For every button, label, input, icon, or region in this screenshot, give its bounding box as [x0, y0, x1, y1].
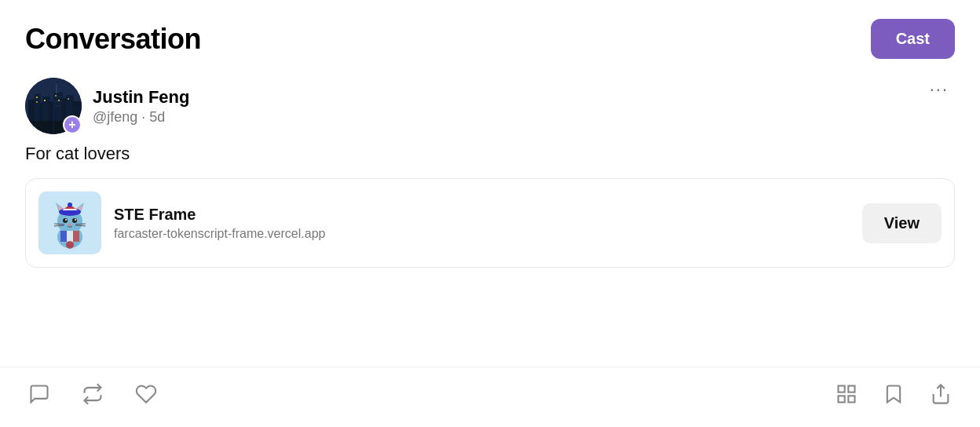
action-bar-left [25, 380, 160, 408]
bookmark-icon [883, 383, 905, 405]
bookmark-button[interactable] [879, 380, 908, 408]
svg-rect-49 [848, 396, 854, 402]
header: Conversation Cast [0, 0, 980, 71]
link-card-left: STE Frame farcaster-tokenscript-frame.ve… [38, 192, 325, 254]
grid-icon [836, 383, 858, 405]
action-bar-right [832, 380, 955, 408]
svg-rect-38 [60, 231, 67, 242]
user-handle-time: @jfeng · 5d [93, 109, 189, 126]
link-card-title: STE Frame [114, 206, 325, 224]
comment-icon [28, 383, 50, 405]
svg-rect-46 [839, 386, 845, 392]
cast-button[interactable]: Cast [871, 19, 955, 59]
post-section: + Justin Feng @jfeng · 5d ··· For cat lo… [0, 71, 980, 367]
svg-rect-17 [68, 98, 69, 100]
svg-rect-15 [55, 95, 57, 97]
separator: · [141, 109, 149, 125]
page-container: Conversation Cast [0, 0, 980, 427]
svg-rect-39 [67, 231, 73, 242]
svg-rect-47 [848, 386, 854, 392]
share-button[interactable] [927, 380, 955, 408]
svg-rect-13 [36, 101, 38, 103]
share-icon [930, 383, 952, 405]
svg-rect-40 [73, 231, 79, 242]
link-card-info: STE Frame farcaster-tokenscript-frame.ve… [114, 206, 325, 241]
link-card: STE Frame farcaster-tokenscript-frame.ve… [25, 178, 955, 268]
user-name[interactable]: Justin Feng [93, 87, 189, 108]
svg-point-37 [68, 203, 72, 207]
grid-button[interactable] [832, 380, 861, 408]
svg-point-32 [72, 218, 77, 223]
post-header: + Justin Feng @jfeng · 5d ··· [25, 78, 955, 134]
retweet-icon [82, 383, 104, 405]
avatar-container: + [25, 78, 82, 134]
plus-badge[interactable]: + [63, 115, 82, 134]
svg-point-31 [63, 218, 68, 223]
heart-icon [135, 383, 157, 405]
svg-rect-48 [839, 396, 845, 402]
svg-point-34 [75, 219, 76, 221]
post-header-left: + Justin Feng @jfeng · 5d [25, 78, 189, 134]
user-handle[interactable]: @jfeng [93, 109, 137, 125]
like-button[interactable] [132, 380, 160, 408]
svg-point-33 [65, 219, 67, 221]
svg-point-35 [68, 224, 71, 226]
page-title: Conversation [25, 23, 201, 56]
user-info: Justin Feng @jfeng · 5d [93, 87, 189, 126]
link-card-thumbnail [38, 192, 101, 254]
link-card-url: farcaster-tokenscript-frame.vercel.app [114, 227, 325, 241]
action-bar [0, 367, 980, 427]
svg-rect-16 [58, 100, 60, 101]
post-content: For cat lovers [25, 144, 955, 164]
svg-rect-14 [44, 100, 46, 101]
recast-button[interactable] [79, 380, 107, 408]
time-ago: 5d [149, 109, 165, 125]
more-options-button[interactable]: ··· [923, 78, 955, 101]
svg-point-41 [66, 241, 74, 249]
reply-button[interactable] [25, 380, 53, 408]
view-button[interactable]: View [862, 203, 942, 243]
svg-rect-12 [36, 97, 38, 98]
